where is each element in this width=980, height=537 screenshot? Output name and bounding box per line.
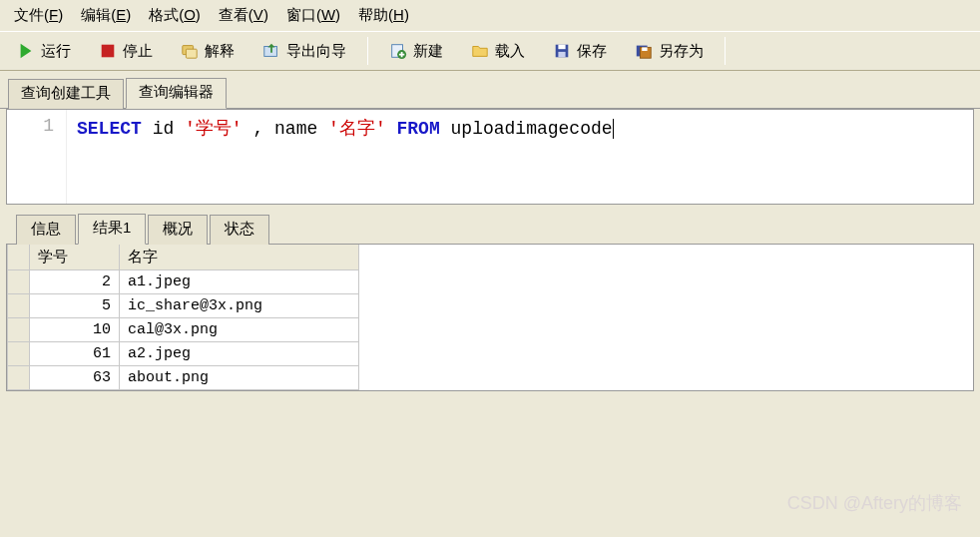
explain-label: 解释 xyxy=(205,42,235,61)
export-wizard-button[interactable]: 导出向导 xyxy=(253,38,355,65)
run-button[interactable]: 运行 xyxy=(8,38,80,65)
cell-id[interactable]: 10 xyxy=(30,318,120,342)
menu-window[interactable]: 窗口(W) xyxy=(286,6,340,25)
run-label: 运行 xyxy=(41,42,71,61)
row-header[interactable] xyxy=(8,294,30,318)
cell-id[interactable]: 5 xyxy=(30,294,120,318)
explain-icon xyxy=(181,42,199,60)
export-label: 导出向导 xyxy=(286,42,346,61)
svg-rect-3 xyxy=(186,49,197,58)
line-gutter: 1 xyxy=(7,110,67,204)
save-as-button[interactable]: 另存为 xyxy=(626,38,713,65)
stop-label: 停止 xyxy=(123,42,153,61)
new-icon xyxy=(389,42,407,60)
load-label: 载入 xyxy=(495,42,525,61)
cell-name[interactable]: ic_share@3x.png xyxy=(120,294,359,318)
cell-name[interactable]: about.png xyxy=(120,366,359,390)
menu-bar: 文件(F) 编辑(E) 格式(O) 查看(V) 窗口(W) 帮助(H) xyxy=(0,0,980,31)
toolbar-separator xyxy=(725,37,726,65)
col-header-name[interactable]: 名字 xyxy=(120,245,359,270)
menu-view[interactable]: 查看(V) xyxy=(219,6,268,25)
cell-name[interactable]: cal@3x.png xyxy=(120,318,359,342)
stop-icon xyxy=(99,42,117,60)
play-icon xyxy=(17,42,35,60)
load-button[interactable]: 载入 xyxy=(462,38,534,65)
folder-open-icon xyxy=(471,42,489,60)
cell-id[interactable]: 61 xyxy=(30,342,120,366)
toolbar: 运行 停止 解释 导出向导 新建 载入 保存 另存为 xyxy=(0,31,980,71)
menu-edit[interactable]: 编辑(E) xyxy=(81,6,131,25)
svg-rect-1 xyxy=(102,45,115,58)
export-icon xyxy=(262,42,280,60)
sql-code[interactable]: SELECT id '学号' , name '名字' FROM uploadim… xyxy=(67,110,624,204)
menu-format[interactable]: 格式(O) xyxy=(149,6,201,25)
new-label: 新建 xyxy=(413,42,443,61)
save-button[interactable]: 保存 xyxy=(544,38,616,65)
col-header-id[interactable]: 学号 xyxy=(30,245,120,270)
text-caret xyxy=(613,119,614,139)
stop-button[interactable]: 停止 xyxy=(90,38,162,65)
editor-tab-row: 查询创建工具 查询编辑器 xyxy=(0,71,980,109)
result-grid[interactable]: 学号 名字 2a1.jpeg 5ic_share@3x.png 10cal@3x… xyxy=(6,245,974,391)
save-icon xyxy=(553,42,571,60)
table-row[interactable]: 5ic_share@3x.png xyxy=(8,294,359,318)
table-row[interactable]: 10cal@3x.png xyxy=(8,318,359,342)
svg-rect-8 xyxy=(558,45,565,50)
results-tab-row: 信息 结果1 概况 状态 xyxy=(6,213,974,245)
toolbar-separator xyxy=(367,37,368,65)
svg-rect-4 xyxy=(264,47,277,57)
table-row[interactable]: 63about.png xyxy=(8,366,359,390)
menu-file[interactable]: 文件(F) xyxy=(14,6,63,25)
svg-rect-12 xyxy=(642,47,647,51)
tab-info[interactable]: 信息 xyxy=(16,215,76,245)
table-row[interactable]: 61a2.jpeg xyxy=(8,342,359,366)
cell-id[interactable]: 2 xyxy=(30,270,120,294)
watermark: CSDN @Aftery的博客 xyxy=(787,491,962,515)
save-label: 保存 xyxy=(577,42,607,61)
new-button[interactable]: 新建 xyxy=(380,38,452,65)
svg-rect-9 xyxy=(558,52,565,57)
tab-query-editor[interactable]: 查询编辑器 xyxy=(126,78,227,109)
explain-button[interactable]: 解释 xyxy=(172,38,244,65)
row-header[interactable] xyxy=(8,270,30,294)
menu-help[interactable]: 帮助(H) xyxy=(358,6,409,25)
row-header[interactable] xyxy=(8,342,30,366)
save-as-label: 另存为 xyxy=(659,42,704,61)
cell-id[interactable]: 63 xyxy=(30,366,120,390)
tab-result1[interactable]: 结果1 xyxy=(78,214,146,245)
row-header[interactable] xyxy=(8,366,30,390)
tab-status[interactable]: 状态 xyxy=(210,215,269,245)
svg-marker-0 xyxy=(21,44,32,58)
table-row[interactable]: 2a1.jpeg xyxy=(8,270,359,294)
row-header[interactable] xyxy=(8,318,30,342)
save-as-icon xyxy=(635,42,653,60)
row-selector-header[interactable] xyxy=(8,245,30,270)
cell-name[interactable]: a1.jpeg xyxy=(120,270,359,294)
tab-query-builder[interactable]: 查询创建工具 xyxy=(8,79,124,109)
sql-editor[interactable]: 1 SELECT id '学号' , name '名字' FROM upload… xyxy=(6,109,974,205)
cell-name[interactable]: a2.jpeg xyxy=(120,342,359,366)
tab-profile[interactable]: 概况 xyxy=(148,215,208,245)
